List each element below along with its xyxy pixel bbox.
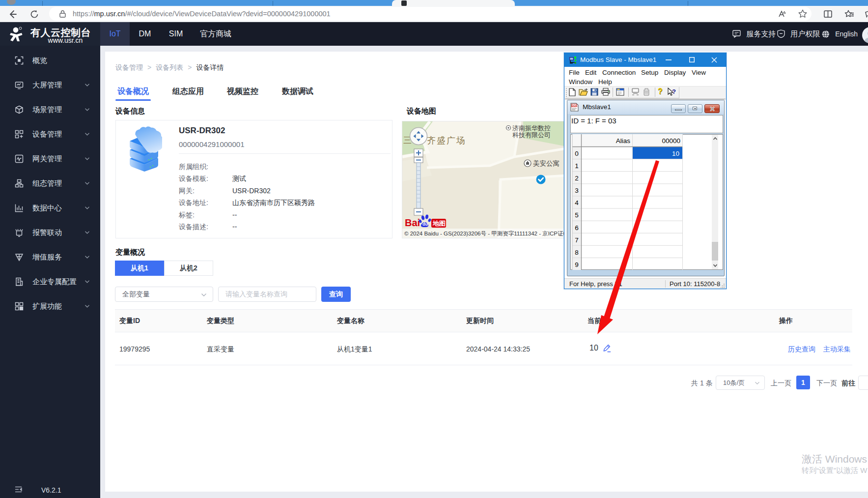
svg-text:地图: 地图	[432, 220, 446, 227]
svg-text:DOC: DOC	[572, 104, 578, 107]
svg-text:科技有限公司: 科技有限公司	[512, 131, 551, 139]
svg-text:?: ?	[672, 88, 676, 95]
svg-text:3: 3	[575, 187, 579, 194]
svg-text:6: 6	[575, 224, 579, 232]
svg-text:00000: 00000	[662, 137, 680, 145]
svg-text:济南振华数控: 济南振华数控	[512, 124, 551, 132]
svg-text:Alias: Alias	[616, 137, 631, 145]
svg-text:1: 1	[575, 162, 579, 170]
svg-text:© 2024 Baidu - GS(2023)3206号 -: © 2024 Baidu - GS(2023)3206号 - 甲测资字11111…	[404, 231, 573, 236]
svg-text:0: 0	[575, 150, 579, 157]
svg-text:美安公寓: 美安公寓	[533, 160, 560, 167]
svg-text:Bai: Bai	[405, 217, 420, 228]
svg-text:du: du	[422, 222, 428, 227]
svg-text:8: 8	[575, 249, 579, 256]
svg-text:2: 2	[575, 175, 579, 182]
svg-text:齐盛广场: 齐盛广场	[427, 136, 466, 146]
svg-text:9: 9	[575, 261, 579, 268]
svg-text:7: 7	[575, 236, 579, 244]
svg-text:10: 10	[672, 150, 679, 157]
svg-text:5: 5	[575, 211, 579, 219]
svg-text:4: 4	[575, 199, 579, 206]
